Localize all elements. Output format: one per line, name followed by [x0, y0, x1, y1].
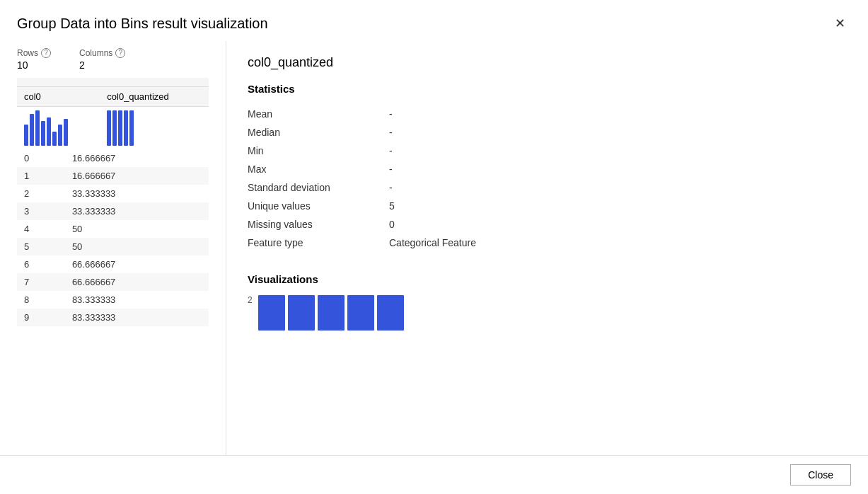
rows-label: Rows ? [17, 48, 51, 58]
row-col0q-value: 16.666667 [65, 167, 209, 185]
stat-label: Max [248, 160, 389, 178]
modal-container: Group Data into Bins result visualizatio… [0, 0, 868, 494]
bar-chart-label: 2 [248, 295, 253, 305]
sparkline-row [17, 107, 209, 150]
modal-close-button[interactable]: ✕ [829, 13, 851, 34]
row-col0q-value: 50 [65, 238, 209, 255]
bar-4 [347, 295, 374, 331]
stat-label: Standard deviation [248, 178, 389, 197]
col0q-label: col0_quantized [100, 87, 209, 107]
table-row: 983.333333 [17, 309, 209, 326]
stat-label: Median [248, 123, 389, 142]
row-col0q-value: 66.666667 [65, 273, 209, 291]
row-index: 2 [17, 185, 65, 202]
row-index: 5 [17, 238, 65, 255]
stats-row: Feature typeCategorical Feature [248, 234, 847, 252]
col0q-sparkline [107, 110, 202, 146]
table-row: 666.666667 [17, 255, 209, 273]
col0-label: col0 [17, 87, 100, 107]
row-col0q-value: 33.333333 [65, 185, 209, 202]
table-row: 116.666667 [17, 167, 209, 185]
bar-1 [258, 295, 285, 331]
rows-meta: Rows ? 10 [17, 48, 51, 71]
meta-row: Rows ? 10 Columns ? 2 [17, 48, 209, 71]
table-row: 016.666667 [17, 149, 209, 167]
table-row: 450 [17, 220, 209, 238]
left-panel: Rows ? 10 Columns ? 2 [0, 41, 226, 455]
row-col0q-value: 83.333333 [65, 291, 209, 309]
row-index: 1 [17, 167, 65, 185]
row-index: 4 [17, 220, 65, 238]
table-row: 766.666667 [17, 273, 209, 291]
row-col0q-value: 16.666667 [65, 149, 209, 167]
row-index: 9 [17, 309, 65, 326]
bar-5 [377, 295, 404, 331]
bar-3 [318, 295, 345, 331]
col0-header [17, 78, 113, 87]
table-row: 550 [17, 238, 209, 255]
col0q-sparkline-cell [100, 107, 209, 150]
col0-sparkline-cell [17, 107, 100, 150]
table-row: 883.333333 [17, 291, 209, 309]
stat-label: Mean [248, 105, 389, 123]
right-scroll-area: col0_quantized Statistics Mean-Median-Mi… [226, 41, 868, 455]
modal-body: Rows ? 10 Columns ? 2 [0, 41, 868, 455]
rows-value: 10 [17, 59, 51, 71]
row-col0q-value: 66.666667 [65, 255, 209, 273]
col0q-header [113, 78, 209, 87]
row-col0q-value: 50 [65, 220, 209, 238]
statistics-table: Mean-Median-Min-Max-Standard deviation-U… [248, 105, 847, 252]
close-button[interactable]: Close [790, 464, 851, 486]
row-col0q-value: 83.333333 [65, 309, 209, 326]
data-table [17, 78, 209, 87]
stat-value: - [389, 105, 847, 123]
stat-value: Categorical Feature [389, 234, 847, 252]
rows-info-icon[interactable]: ? [41, 48, 51, 58]
visualizations-section-title: Visualizations [248, 273, 847, 285]
row-index: 0 [17, 149, 65, 167]
right-col-title: col0_quantized [248, 55, 847, 70]
stat-value: 5 [389, 197, 847, 215]
bar-2 [288, 295, 315, 331]
stat-value: - [389, 178, 847, 197]
stat-label: Min [248, 142, 389, 160]
table-row: 233.333333 [17, 185, 209, 202]
modal-title: Group Data into Bins result visualizatio… [17, 16, 268, 32]
sparkline-table: col0 col0_quantized [17, 87, 209, 149]
data-table-wrapper: col0 col0_quantized [17, 78, 209, 448]
stat-value: - [389, 142, 847, 160]
modal-footer: Close [0, 455, 868, 494]
row-index: 8 [17, 291, 65, 309]
statistics-section-title: Statistics [248, 83, 847, 95]
stats-row: Missing values0 [248, 215, 847, 234]
table-header-row [17, 78, 209, 87]
columns-info-icon[interactable]: ? [115, 48, 125, 58]
stat-label: Unique values [248, 197, 389, 215]
columns-meta: Columns ? 2 [79, 48, 125, 71]
columns-value: 2 [79, 59, 125, 71]
stats-row: Min- [248, 142, 847, 160]
stat-label: Feature type [248, 234, 389, 252]
stat-label: Missing values [248, 215, 389, 234]
columns-label: Columns ? [79, 48, 125, 58]
stat-value: 0 [389, 215, 847, 234]
stats-row: Unique values5 [248, 197, 847, 215]
row-index: 7 [17, 273, 65, 291]
row-col0q-value: 33.333333 [65, 202, 209, 220]
modal-header: Group Data into Bins result visualizatio… [0, 0, 868, 41]
stat-value: - [389, 160, 847, 178]
data-values-table: 016.666667116.666667233.333333333.333333… [17, 149, 209, 326]
stats-row: Mean- [248, 105, 847, 123]
stats-row: Max- [248, 160, 847, 178]
stats-row: Median- [248, 123, 847, 142]
stat-value: - [389, 123, 847, 142]
right-panel: col0_quantized Statistics Mean-Median-Mi… [226, 41, 868, 455]
col0-sparkline [24, 110, 93, 146]
stats-row: Standard deviation- [248, 178, 847, 197]
row-index: 6 [17, 255, 65, 273]
bar-chart-container: 2 [248, 295, 847, 331]
row-index: 3 [17, 202, 65, 220]
table-row: 333.333333 [17, 202, 209, 220]
